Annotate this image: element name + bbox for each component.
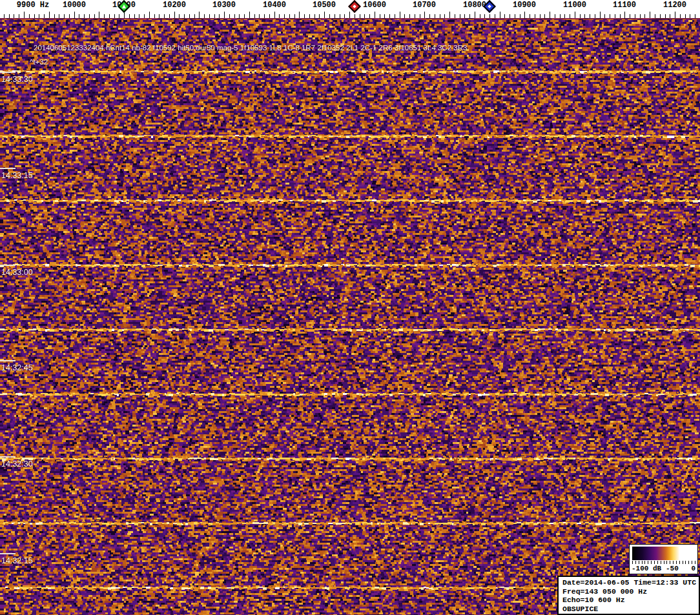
legend-tick <box>661 561 661 564</box>
frequency-axis-label: 9900 Hz <box>10 1 56 10</box>
frequency-tick <box>400 12 400 18</box>
frequency-tick <box>415 14 415 18</box>
frequency-tick <box>64 14 65 18</box>
frequency-tick <box>159 14 160 18</box>
frequency-tick <box>214 14 215 18</box>
legend-max-label: 0 <box>691 565 695 572</box>
frequency-tick <box>289 14 290 18</box>
frequency-tick <box>489 14 490 18</box>
frequency-tick <box>364 14 365 18</box>
frequency-tick <box>380 14 380 18</box>
frequency-axis-label: 10200 <box>152 1 197 10</box>
frequency-tick <box>624 12 625 18</box>
frequency-tick <box>570 14 570 18</box>
blue-diamond-marker-icon[interactable] <box>485 2 494 11</box>
frequency-tick <box>44 14 45 18</box>
frequency-tick <box>154 14 155 18</box>
frequency-tick <box>39 14 39 18</box>
frequency-tick <box>219 14 220 18</box>
green-diamond-core <box>122 5 126 8</box>
frequency-tick <box>404 14 405 18</box>
legend-tick <box>692 561 692 564</box>
frequency-tick <box>480 14 480 18</box>
frequency-tick <box>630 14 630 18</box>
frequency-tick <box>204 14 205 18</box>
frequency-tick <box>590 14 590 18</box>
frequency-tick <box>264 14 265 18</box>
frequency-tick <box>355 14 355 18</box>
colormap-gradient-bar <box>632 547 695 560</box>
legend-labels: -100 dB -50 0 <box>630 565 697 574</box>
spectrogram-waterfall <box>0 18 700 615</box>
legend-tick <box>642 561 643 564</box>
frequency-axis-label: 11200 <box>652 1 697 10</box>
legend-tick <box>632 561 633 564</box>
frequency-axis-label: 11100 <box>602 1 647 10</box>
frequency-tick <box>540 14 540 18</box>
frequency-tick <box>149 12 150 18</box>
frequency-tick <box>139 14 139 18</box>
frequency-tick <box>284 14 285 18</box>
frequency-tick <box>309 14 310 18</box>
frequency-tick <box>665 14 666 18</box>
frequency-tick <box>109 14 110 18</box>
frequency-tick <box>685 14 686 18</box>
frequency-tick <box>294 14 295 18</box>
legend-tick <box>639 561 639 564</box>
green-diamond-marker-icon[interactable] <box>119 2 129 11</box>
frequency-tick <box>550 12 550 18</box>
frequency-tick <box>695 14 695 18</box>
frequency-tick <box>615 14 615 18</box>
frequency-tick <box>660 14 661 18</box>
frequency-tick <box>444 14 445 18</box>
frequency-tick <box>49 12 50 18</box>
frequency-tick <box>535 14 535 18</box>
info-echo: Echo=10 600 Hz <box>562 596 699 605</box>
frequency-tick <box>460 14 460 18</box>
frequency-tick <box>604 14 605 18</box>
frequency-tick <box>299 12 300 18</box>
frequency-axis-label: 10500 <box>302 1 347 10</box>
time-label: 14:32:45 <box>1 363 33 372</box>
frequency-tick <box>524 12 525 18</box>
frequency-tick <box>595 14 595 18</box>
frequency-tick <box>429 14 430 18</box>
red-diamond-marker-icon[interactable] <box>350 2 359 11</box>
frequency-tick <box>179 14 180 18</box>
frequency-tick <box>19 14 19 18</box>
frequency-tick <box>504 14 505 18</box>
frequency-tick <box>500 12 500 18</box>
frequency-tick <box>475 12 475 18</box>
time-label: 14:33:30 <box>1 75 33 84</box>
frequency-tick <box>510 14 510 18</box>
detection-annotation: 20140605123332404 hCnt14 nb-82 f10592 hi… <box>34 44 467 52</box>
info-frequency: Freq=143 050 000 Hz <box>562 587 699 596</box>
frequency-tick <box>520 14 520 18</box>
frequency-tick <box>254 14 255 18</box>
observation-info-box: Date=2014-06-05 Time=12:33 UTC Freq=143 … <box>557 576 700 615</box>
frequency-tick <box>329 14 330 18</box>
frequency-tick <box>620 14 621 18</box>
frequency-tick <box>575 12 575 18</box>
frequency-tick <box>279 14 280 18</box>
legend-tick <box>683 561 683 564</box>
frequency-tick <box>199 12 200 18</box>
frequency-tick <box>169 14 170 18</box>
frequency-tick <box>234 14 235 18</box>
frequency-tick <box>530 14 530 18</box>
time-offset-annotation: ^t+32 <box>30 58 48 66</box>
frequency-tick <box>640 14 641 18</box>
frequency-tick <box>555 14 555 18</box>
time-label: 14:32:30 <box>1 459 33 469</box>
frequency-tick <box>319 14 320 18</box>
frequency-tick <box>239 14 240 18</box>
frequency-tick <box>580 14 581 18</box>
legend-tick <box>670 561 670 564</box>
frequency-tick <box>375 12 375 18</box>
frequency-tick <box>119 14 119 18</box>
frequency-tick <box>600 12 601 18</box>
frequency-tick <box>584 14 585 18</box>
frequency-tick <box>4 14 5 18</box>
frequency-tick <box>69 14 70 18</box>
legend-tick <box>635 561 636 564</box>
